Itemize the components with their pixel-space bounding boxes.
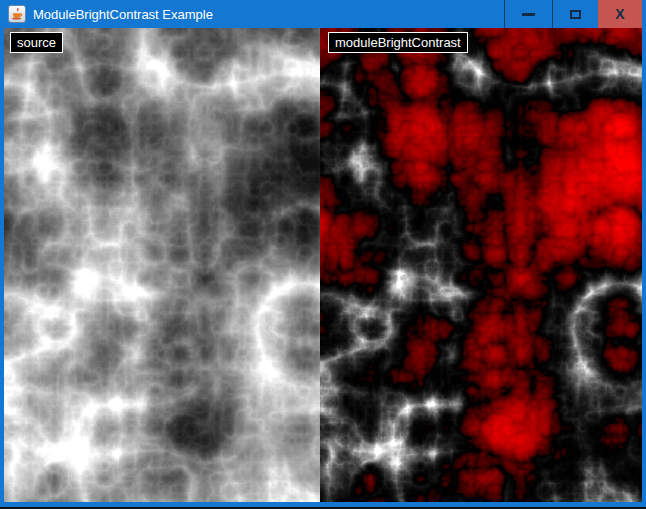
minimize-icon (522, 13, 535, 16)
app-window: ModuleBrightContrast Example X source mo… (0, 0, 646, 509)
source-label: source (10, 32, 63, 53)
titlebar-edge (642, 0, 646, 28)
maximize-button[interactable] (553, 0, 598, 28)
image-area: source moduleBrightContrast (4, 28, 642, 502)
window-controls: X (504, 0, 646, 28)
maximize-icon (570, 10, 581, 19)
close-icon: X (615, 7, 624, 21)
processed-image (320, 28, 642, 502)
window-title: ModuleBrightContrast Example (33, 7, 504, 22)
minimize-button[interactable] (505, 0, 552, 28)
java-icon (8, 5, 26, 23)
close-button[interactable]: X (598, 0, 642, 28)
titlebar[interactable]: ModuleBrightContrast Example X (0, 0, 646, 28)
processed-label: moduleBrightContrast (328, 32, 468, 53)
source-image (4, 28, 320, 502)
